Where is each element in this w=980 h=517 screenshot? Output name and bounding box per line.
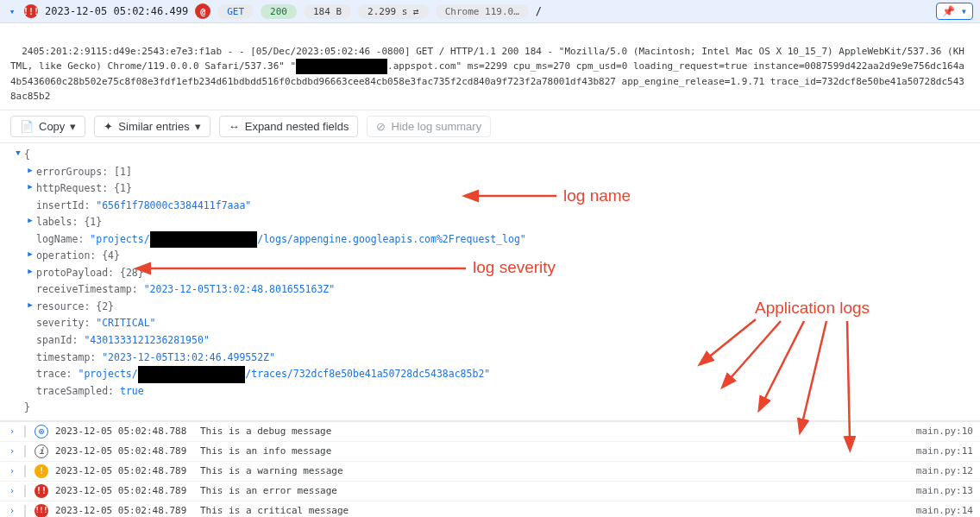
expand-icon[interactable]: › — [7, 506, 17, 516]
log-source: main.py:14 — [916, 505, 973, 516]
log-row[interactable]: ›⊙2023-12-05 05:02:48.788This is a debug… — [0, 422, 980, 442]
severity-error-icon: !! — [35, 484, 48, 498]
severity-badge-icon: @ — [195, 3, 210, 19]
log-source: main.py:12 — [916, 465, 973, 476]
request-path: / — [536, 5, 542, 17]
copy-button[interactable]: 📄 Copy ▾ — [10, 116, 85, 137]
log-row[interactable]: ›!!2023-12-05 05:02:48.789This is an err… — [0, 482, 980, 501]
log-source: main.py:11 — [916, 445, 973, 457]
user-agent-chip: Chrome 119.0… — [436, 4, 529, 19]
expand-arrow-icon[interactable]: ▶ — [24, 248, 36, 261]
log-row[interactable]: ›!!!2023-12-05 05:02:48.789This is a cri… — [0, 501, 980, 517]
severity-info-icon: i — [35, 444, 48, 458]
similar-entries-button[interactable]: ✦ Similar entries ▾ — [94, 116, 210, 137]
response-size-chip: 184 B — [304, 4, 351, 19]
expand-icon[interactable]: ▾ — [7, 6, 17, 16]
log-header-row[interactable]: ▾ !!! 2023-12-05 05:02:46.499 @ GET 200 … — [0, 0, 980, 23]
structured-json: ▼{ ▶errorGroups: [1] ▶httpRequest: {1} i… — [0, 143, 980, 420]
redacted-project: XXXXXXXXXXXXXXXXXX — [138, 366, 246, 383]
header-timestamp: 2023-12-05 05:02:46.499 — [45, 5, 188, 17]
latency-chip: 2.299 s ⇄ — [358, 4, 429, 19]
severity-critical-icon: !!! — [35, 504, 48, 517]
pin-action[interactable]: 📌 ▾ — [936, 3, 973, 20]
raw-log-text: 2405:201:2:9115:d49e:2543:e7e3:f1ab - - … — [0, 23, 980, 110]
expand-arrow-icon[interactable]: ▶ — [24, 265, 36, 278]
log-source: main.py:13 — [916, 485, 973, 496]
log-message: This is an info message — [200, 445, 904, 457]
log-timestamp: 2023-12-05 05:02:48.789 — [55, 485, 193, 496]
app-log-entries: ›⊙2023-12-05 05:02:48.788This is a debug… — [0, 420, 980, 517]
log-message: This is a debug message — [200, 426, 904, 437]
expand-nested-button[interactable]: ↔ Expand nested fields — [219, 116, 359, 137]
expand-icon[interactable]: › — [7, 486, 17, 496]
log-row[interactable]: ›!2023-12-05 05:02:48.789This is a warni… — [0, 462, 980, 482]
log-timestamp: 2023-12-05 05:02:48.789 — [55, 445, 193, 457]
log-row[interactable]: ›i2023-12-05 05:02:48.789This is an info… — [0, 442, 980, 462]
expand-arrow-icon[interactable]: ▶ — [24, 299, 36, 312]
severity-debug-icon: ⊙ — [35, 425, 48, 438]
collapse-icon[interactable]: ▼ — [12, 147, 24, 160]
log-message: This is a warning message — [200, 465, 904, 476]
severity-warn-icon: ! — [35, 464, 48, 478]
log-timestamp: 2023-12-05 05:02:48.789 — [55, 505, 193, 516]
expand-icon[interactable]: › — [7, 446, 17, 457]
log-message: This is a critical message — [200, 505, 904, 516]
redacted-host: XXXXXXXXXXXXXXXX — [296, 59, 387, 74]
http-method-chip: GET — [217, 4, 254, 19]
expand-arrow-icon[interactable]: ▶ — [24, 180, 36, 193]
log-source: main.py:10 — [916, 426, 973, 437]
severity-critical-icon: !!! — [24, 4, 38, 18]
log-timestamp: 2023-12-05 05:02:48.789 — [55, 465, 193, 476]
log-message: This is an error message — [200, 485, 904, 496]
http-status-chip: 200 — [261, 4, 297, 19]
log-timestamp: 2023-12-05 05:02:48.788 — [55, 426, 193, 437]
expand-arrow-icon[interactable]: ▶ — [24, 164, 36, 177]
expand-icon[interactable]: › — [7, 426, 17, 437]
redacted-project: XXXXXXXXXXXXXXXXXX — [150, 231, 258, 249]
log-toolbar: 📄 Copy ▾ ✦ Similar entries ▾ ↔ Expand ne… — [0, 110, 980, 143]
expand-arrow-icon[interactable]: ▶ — [24, 214, 36, 227]
hide-summary-button[interactable]: ⊘ Hide log summary — [367, 116, 491, 137]
expand-icon[interactable]: › — [7, 466, 17, 476]
